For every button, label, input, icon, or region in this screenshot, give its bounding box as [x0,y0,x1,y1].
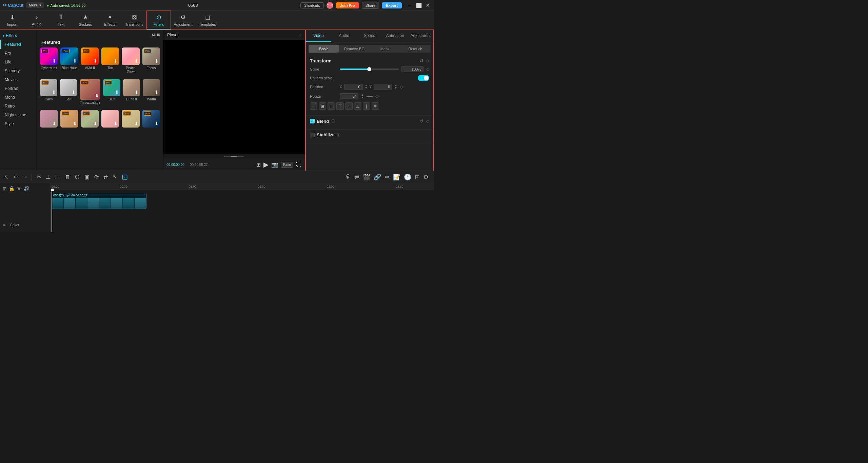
list-item[interactable]: Pro ⬇ [122,110,139,129]
filter-card-r6[interactable]: Pro ⬇ [142,110,160,128]
list-item[interactable]: ⬇ [40,110,58,129]
toolbar-import[interactable]: ⬇ Import [0,11,24,30]
screenshot-button[interactable]: 📷 [271,161,278,168]
list-item[interactable]: ⬇ Tan [101,47,119,74]
rotate-input[interactable] [340,93,358,99]
grid-view-button[interactable]: ⊞ [256,161,261,168]
tab-adjustment[interactable]: Adjustment [408,30,433,42]
toolbar-adjustment[interactable]: ⚙ Adjustment [171,11,195,30]
sub-tab-retouch[interactable]: Retouch [400,45,431,53]
tab-animation[interactable]: Animation [382,30,408,42]
blend-reset-button[interactable]: ↺ [419,118,423,124]
list-item[interactable]: ⬇ Dune II [123,79,140,104]
tab-audio[interactable]: Audio [331,30,357,42]
list-item[interactable]: Pro ⬇ Calm [40,79,57,104]
filter-card-salt[interactable]: ⬇ [60,79,77,96]
filter-card-peach[interactable]: ⬇ [122,47,139,65]
split-button[interactable]: ✂ [35,173,42,181]
filter-card-r3[interactable]: Pro ⬇ [81,110,99,128]
caption-button[interactable]: 📝 [393,173,400,181]
pro-mode-button[interactable]: ⊡ [120,172,129,182]
add-track-button[interactable]: ⊞ [3,186,7,191]
list-item[interactable]: Pro ⬇ Throw...ntage [80,79,100,104]
filter-card-warm[interactable]: ⬇ [143,79,160,96]
video-track[interactable]: 0503(7).mp4 00:00:55:27 [52,193,146,209]
list-item[interactable]: ⬇ Warm [143,79,160,104]
sidebar-item-style[interactable]: Style [0,119,37,128]
menu-button[interactable]: Menu ▾ [26,2,44,8]
close-button[interactable]: ✕ [425,3,431,8]
list-item[interactable]: Pro ⬇ Focus [142,47,160,74]
split-h-button[interactable]: ⊢ [54,173,61,181]
align-center-h-button[interactable]: ⊞ [319,102,326,110]
list-item[interactable]: ⬇ Salt [60,79,77,104]
rotate-down-button[interactable]: ▼ [361,96,364,99]
minimize-button[interactable]: — [406,3,413,8]
align-bottom-button[interactable]: ⊥ [354,102,361,110]
tab-speed[interactable]: Speed [357,30,382,42]
blend-keyframe-button[interactable]: ◇ [426,118,429,124]
align-left-button[interactable]: ⊣ [310,102,317,110]
sidebar-item-scenery[interactable]: Scenery [0,66,37,75]
filter-card-focus[interactable]: Pro ⬇ [142,47,160,65]
play-button[interactable]: ▶ [263,160,269,169]
join-pro-button[interactable]: Join Pro [336,2,359,8]
toolbar-templates[interactable]: ◻ Templates [195,11,220,30]
group-button[interactable]: ⬡ [74,173,81,181]
transform-keyframe-button[interactable]: ◇ [426,58,429,63]
sub-tab-removebg[interactable]: Remove BG [339,45,370,53]
align-extra1-button[interactable]: | [363,102,370,110]
filter-card-r5[interactable]: Pro ⬇ [122,110,139,128]
maximize-button[interactable]: ⬜ [415,3,423,8]
undo-button[interactable]: ↩ [12,173,19,181]
transform-tl-button[interactable]: ⤡ [111,173,118,181]
toolbar-audio[interactable]: ♪ Audio [24,11,49,30]
filter-card-calm[interactable]: Pro ⬇ [40,79,57,96]
filter-card-bluehour[interactable]: Pro ⬇ [60,47,78,65]
settings-button[interactable]: ⚙ [423,173,429,181]
select-tool-button[interactable]: ↖ [3,173,10,181]
sidebar-item-portrait[interactable]: Portrait [0,84,37,93]
crop-button[interactable]: ▣ [83,173,91,181]
position-y-input[interactable] [374,84,392,90]
split-v-button[interactable]: ⊥ [44,173,52,181]
blend-checkbox[interactable]: ✓ [310,119,315,123]
export-button[interactable]: Export [382,2,402,8]
plus-button[interactable]: ⊞ [415,173,420,181]
toolbar-text[interactable]: T Text [49,11,73,30]
x-down-button[interactable]: ▼ [365,87,368,90]
sub-tab-basic[interactable]: Basic [309,45,339,53]
share-button[interactable]: Share [362,2,379,9]
filter-card-r1[interactable]: ⬇ [40,110,58,128]
list-item[interactable]: Pro ⬇ Blue Hour [60,47,78,74]
stabilize-checkbox[interactable] [310,133,315,137]
scale-input[interactable] [401,66,423,72]
tab-video[interactable]: Video [306,30,331,42]
list-item[interactable]: Pro ⬇ Cyberpunk [40,47,58,74]
align-extra2-button[interactable]: = [372,102,379,110]
uniform-scale-toggle[interactable] [418,75,429,81]
sidebar-item-night-scene[interactable]: Night scene [0,111,37,119]
sidebar-item-movies[interactable]: Movies [0,75,37,84]
filter-card-throwntage[interactable]: Pro ⬇ [80,79,100,100]
scale-slider-thumb[interactable] [367,67,371,71]
filter-card-vivid[interactable]: Pro ⬇ [81,47,99,65]
toolbar-filters[interactable]: ⊙ Filters [146,11,171,30]
rotate-tl-button[interactable]: ⟳ [93,173,100,181]
list-item[interactable]: Pro ⬇ Blur [103,79,120,104]
list-item[interactable]: Pro ⬇ [81,110,99,129]
toolbar-effects[interactable]: ✦ Effects [98,11,122,30]
player-menu-icon[interactable]: ≡ [298,33,301,37]
sidebar-item-life[interactable]: Life [0,58,37,66]
toolbar-transitions[interactable]: ⊠ Transitions [122,11,146,30]
list-item[interactable]: Pro ⬇ [142,110,160,129]
rotate-keyframe-button[interactable]: ◇ [375,94,378,99]
position-keyframe-button[interactable]: ◇ [400,84,403,89]
transform-reset-button[interactable]: ↺ [419,58,423,63]
filter-card-dune[interactable]: ⬇ [123,79,140,96]
rotate-dash[interactable]: — [367,93,373,100]
filter-card-tan[interactable]: ⬇ [101,47,119,65]
sidebar-item-pro[interactable]: Pro [0,49,37,58]
y-down-button[interactable]: ▼ [394,87,397,90]
redo-button[interactable]: ↪ [21,173,28,181]
